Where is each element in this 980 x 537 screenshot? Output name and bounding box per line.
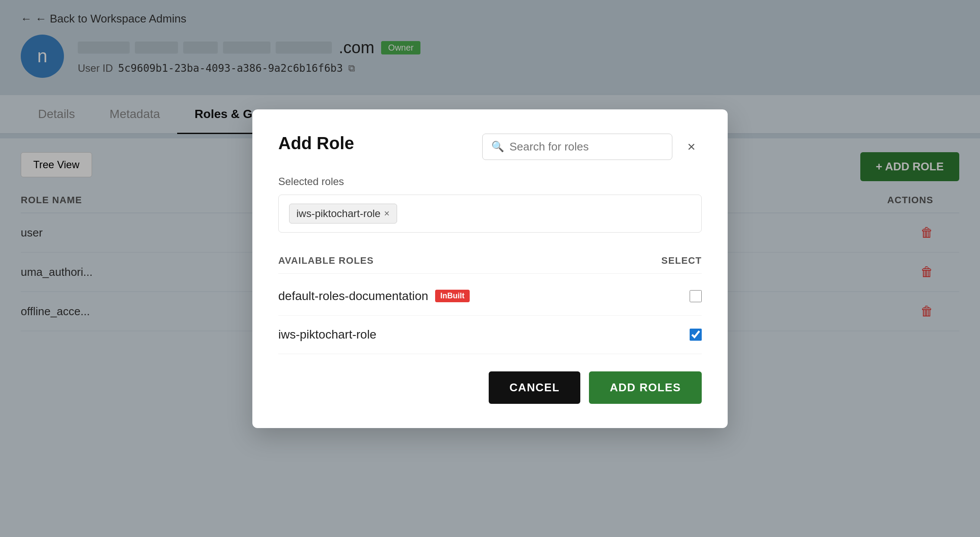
add-role-modal: Add Role 🔍 × Selected roles iws-piktocha…	[252, 109, 728, 428]
modal-header: Add Role 🔍 ×	[278, 134, 702, 160]
role-row-2: iws-piktochart-role	[278, 316, 702, 354]
role-name-1: default-roles-documentation	[278, 289, 428, 303]
role-row-left-1: default-roles-documentation InBuilt	[278, 289, 470, 303]
modal-title: Add Role	[278, 134, 354, 153]
modal-footer: CANCEL ADD ROLES	[278, 371, 702, 404]
search-icon: 🔍	[491, 141, 504, 153]
inbuilt-badge: InBuilt	[435, 290, 470, 302]
role-row-1: default-roles-documentation InBuilt	[278, 277, 702, 316]
select-col-label: SELECT	[662, 255, 702, 266]
chip-close-icon[interactable]: ×	[384, 208, 390, 219]
search-box[interactable]: 🔍	[482, 134, 672, 160]
role-checkbox-1[interactable]	[690, 290, 702, 302]
role-checkbox-2[interactable]	[690, 329, 702, 341]
close-button[interactable]: ×	[681, 136, 702, 157]
available-roles-header: AVAILABLE ROLES SELECT	[278, 248, 702, 274]
search-input[interactable]	[509, 140, 663, 153]
role-chip-label: iws-piktochart-role	[296, 208, 381, 220]
role-name-2: iws-piktochart-role	[278, 328, 376, 342]
available-roles-title: AVAILABLE ROLES	[278, 255, 374, 266]
modal-overlay: Add Role 🔍 × Selected roles iws-piktocha…	[0, 0, 980, 537]
selected-roles-box: iws-piktochart-role ×	[278, 195, 702, 233]
role-row-left-2: iws-piktochart-role	[278, 328, 376, 342]
role-chip: iws-piktochart-role ×	[289, 204, 397, 224]
add-roles-button[interactable]: ADD ROLES	[589, 371, 702, 404]
selected-roles-label: Selected roles	[278, 176, 702, 188]
cancel-button[interactable]: CANCEL	[489, 371, 580, 404]
modal-search-area: 🔍 ×	[482, 134, 702, 160]
